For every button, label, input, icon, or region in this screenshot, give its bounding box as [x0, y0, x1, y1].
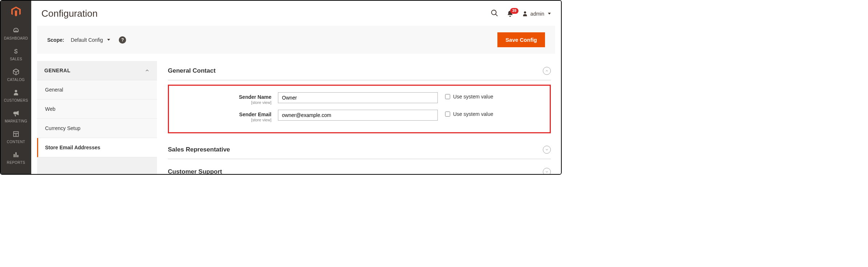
use-system-checkbox[interactable]: [445, 112, 450, 117]
scope-selector[interactable]: Default Config: [71, 37, 110, 43]
gauge-icon: [12, 26, 20, 35]
dollar-icon: [12, 47, 20, 56]
notifications-button[interactable]: 39: [506, 10, 514, 17]
user-icon: [522, 11, 528, 17]
main-area: Configuration 39 admin Scope: Default Co…: [31, 1, 561, 174]
sidebar-item-catalog[interactable]: CATALOG: [1, 64, 31, 85]
sender-email-label: Sender Email: [239, 112, 271, 117]
config-group-general[interactable]: GENERAL: [37, 61, 157, 80]
section-header-sales-rep[interactable]: Sales Representative: [168, 140, 551, 159]
section-customer-support: Customer Support: [168, 162, 551, 174]
config-sub-general[interactable]: General: [37, 80, 157, 100]
notification-count-badge: 39: [510, 8, 518, 14]
bars-icon: [12, 150, 20, 159]
magento-logo[interactable]: [1, 1, 31, 23]
sidebar-item-sales[interactable]: SALES: [1, 43, 31, 64]
megaphone-icon: [12, 109, 20, 118]
chevron-down-icon: [543, 146, 551, 154]
chevron-down-icon: [107, 39, 110, 41]
sidebar-item-customers[interactable]: CUSTOMERS: [1, 85, 31, 105]
chevron-down-icon: [548, 13, 551, 15]
person-icon: [12, 88, 20, 97]
sidebar-item-marketing[interactable]: MARKETING: [1, 105, 31, 126]
section-header-general-contact[interactable]: General Contact: [168, 61, 551, 80]
sidebar-item-content[interactable]: CONTENT: [1, 126, 31, 147]
config-sub-web[interactable]: Web: [37, 100, 157, 119]
highlighted-field-group: Sender Name [store view] Use system valu…: [168, 85, 551, 133]
scope-hint: [store view]: [176, 118, 271, 122]
sidebar-item-dashboard[interactable]: DASHBOARD: [1, 23, 31, 43]
user-menu[interactable]: admin: [522, 11, 551, 17]
use-system-value-sender-email[interactable]: Use system value: [445, 110, 493, 117]
chevron-up-icon: [145, 68, 150, 73]
scope-hint: [store view]: [176, 100, 271, 105]
admin-sidebar: DASHBOARD SALES CATALOG CUSTOMERS MARKET…: [1, 1, 31, 174]
field-row-sender-name: Sender Name [store view] Use system valu…: [176, 92, 542, 105]
section-sales-rep: Sales Representative: [168, 140, 551, 159]
config-nav: GENERAL General Web Currency Setup Store…: [37, 61, 157, 174]
use-system-value-sender-name[interactable]: Use system value: [445, 92, 493, 100]
layout-icon: [12, 130, 20, 138]
sidebar-item-reports[interactable]: REPORTS: [1, 147, 31, 167]
sender-email-input[interactable]: [278, 110, 438, 121]
section-general-contact: General Contact Sender Name [store view]: [168, 61, 551, 133]
config-sub-store-email[interactable]: Store Email Addresses: [37, 138, 157, 157]
config-sub-currency[interactable]: Currency Setup: [37, 119, 157, 138]
field-row-sender-email: Sender Email [store view] Use system val…: [176, 110, 542, 122]
box-icon: [12, 68, 20, 76]
help-icon[interactable]: ?: [119, 36, 126, 44]
page-title: Configuration: [41, 8, 490, 19]
section-header-customer-support[interactable]: Customer Support: [168, 162, 551, 174]
topbar: Configuration 39 admin: [31, 1, 561, 23]
scope-bar: Scope: Default Config ? Save Config: [37, 26, 555, 54]
config-body: General Contact Sender Name [store view]: [168, 61, 555, 174]
scope-label: Scope:: [47, 37, 64, 43]
sender-name-input[interactable]: [278, 92, 438, 103]
sender-name-label: Sender Name: [239, 94, 271, 100]
search-icon[interactable]: [490, 9, 498, 19]
use-system-checkbox[interactable]: [445, 94, 450, 99]
save-config-button[interactable]: Save Config: [497, 32, 545, 47]
chevron-up-icon: [543, 67, 551, 75]
chevron-down-icon: [543, 168, 551, 174]
